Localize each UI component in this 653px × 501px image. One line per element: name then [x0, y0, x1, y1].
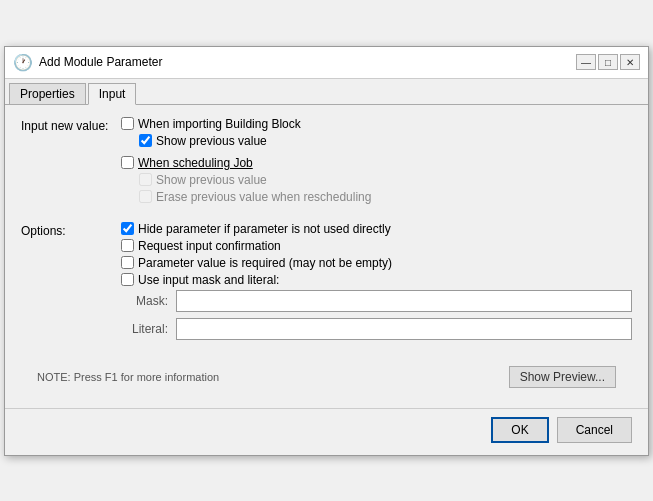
show-previous-bb-checkbox[interactable] [139, 134, 152, 147]
bottom-bar: NOTE: Press F1 for more information Show… [21, 360, 632, 396]
building-block-checkbox[interactable] [121, 117, 134, 130]
show-previous-bb-label[interactable]: Show previous value [156, 134, 267, 148]
erase-previous-row: Erase previous value when rescheduling [139, 190, 632, 204]
option-row-2: Parameter value is required (may not be … [121, 256, 632, 270]
literal-row: Literal: [121, 318, 632, 340]
option-0-checkbox[interactable] [121, 222, 134, 235]
literal-input[interactable] [176, 318, 632, 340]
scheduling-job-checkbox[interactable] [121, 156, 134, 169]
mask-row: Mask: [121, 290, 632, 312]
scheduling-job-label[interactable]: When scheduling Job [138, 156, 253, 170]
literal-label: Literal: [121, 322, 176, 336]
show-previous-bb-row: Show previous value [139, 134, 632, 148]
show-previous-sj-row: Show previous value [139, 173, 632, 187]
show-previous-sj-label[interactable]: Show previous value [156, 173, 267, 187]
input-section-label: Input new value: [21, 117, 121, 208]
main-window: 🕐 Add Module Parameter — □ ✕ Properties … [4, 46, 649, 456]
option-row-1: Request input confirmation [121, 239, 632, 253]
input-section: Input new value: When importing Building… [21, 117, 632, 208]
option-3-label[interactable]: Use input mask and literal: [138, 273, 279, 287]
scheduling-job-row: When scheduling Job [121, 156, 632, 170]
titlebar: 🕐 Add Module Parameter — □ ✕ [5, 47, 648, 79]
tab-properties[interactable]: Properties [9, 83, 86, 104]
tab-bar: Properties Input [5, 79, 648, 105]
note-text: NOTE: Press F1 for more information [37, 371, 219, 383]
close-button[interactable]: ✕ [620, 54, 640, 70]
tab-input[interactable]: Input [88, 83, 137, 105]
erase-previous-checkbox[interactable] [139, 190, 152, 203]
input-section-body: When importing Building Block Show previ… [121, 117, 632, 208]
window-icon: 🕐 [13, 53, 33, 72]
option-1-label[interactable]: Request input confirmation [138, 239, 281, 253]
scheduling-job-group: When scheduling Job Show previous value … [121, 156, 632, 204]
building-block-row: When importing Building Block [121, 117, 632, 131]
show-previous-sj-checkbox[interactable] [139, 173, 152, 186]
mask-input[interactable] [176, 290, 632, 312]
option-row-3: Use input mask and literal: [121, 273, 632, 287]
titlebar-controls: — □ ✕ [576, 54, 640, 70]
option-2-checkbox[interactable] [121, 256, 134, 269]
option-2-label[interactable]: Parameter value is required (may not be … [138, 256, 392, 270]
mask-label: Mask: [121, 294, 176, 308]
options-label: Options: [21, 222, 121, 346]
show-preview-button[interactable]: Show Preview... [509, 366, 616, 388]
maximize-button[interactable]: □ [598, 54, 618, 70]
options-section: Options: Hide parameter if parameter is … [21, 222, 632, 346]
option-0-label[interactable]: Hide parameter if parameter is not used … [138, 222, 391, 236]
content-area: Input new value: When importing Building… [5, 105, 648, 408]
building-block-label[interactable]: When importing Building Block [138, 117, 301, 131]
footer: OK Cancel [5, 408, 648, 455]
erase-previous-label[interactable]: Erase previous value when rescheduling [156, 190, 371, 204]
ok-button[interactable]: OK [491, 417, 548, 443]
minimize-button[interactable]: — [576, 54, 596, 70]
building-block-group: When importing Building Block Show previ… [121, 117, 632, 148]
option-3-checkbox[interactable] [121, 273, 134, 286]
options-body: Hide parameter if parameter is not used … [121, 222, 632, 346]
option-1-checkbox[interactable] [121, 239, 134, 252]
option-row-0: Hide parameter if parameter is not used … [121, 222, 632, 236]
window-title: Add Module Parameter [39, 55, 570, 69]
cancel-button[interactable]: Cancel [557, 417, 632, 443]
